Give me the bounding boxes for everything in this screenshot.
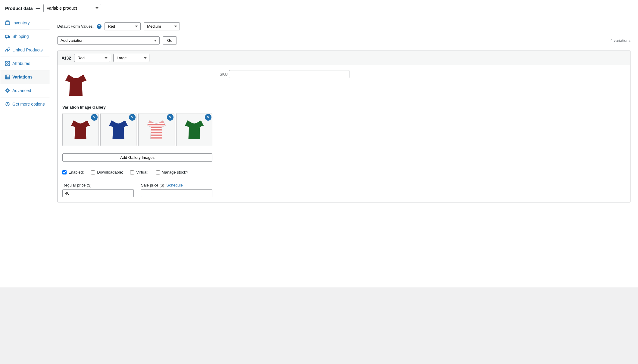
svg-rect-1 [6, 21, 9, 22]
svg-point-3 [6, 38, 7, 39]
sidebar-label-get-more-options: Get more options [12, 102, 45, 106]
gallery-remove-stripe[interactable]: ✕ [167, 114, 174, 121]
gallery-item-red: ✕ [62, 113, 99, 146]
advanced-icon [5, 88, 10, 93]
schedule-link[interactable]: Schedule [167, 183, 183, 187]
sidebar-item-linked-products[interactable]: Linked Products [0, 43, 50, 57]
sidebar-label-variations: Variations [12, 75, 33, 79]
variation-header: #132 Red Blue Green Small Medium Large [58, 51, 630, 65]
size-default-select[interactable]: Small Medium Large X-Large [144, 22, 180, 30]
sidebar: Inventory Shipping Linked Products [0, 16, 50, 287]
variation-fields: SKU [220, 70, 625, 197]
sku-label: SKU [220, 72, 228, 77]
sku-input[interactable] [229, 70, 349, 78]
sale-price-input[interactable] [141, 189, 212, 197]
checkboxes-row: Enabled: Downloadable: Virtual: [62, 170, 212, 174]
virtual-checkbox-label[interactable]: Virtual: [130, 170, 148, 174]
sidebar-label-attributes: Attributes [12, 61, 30, 66]
svg-point-14 [7, 90, 8, 91]
help-icon[interactable]: ? [97, 24, 102, 29]
gallery-item-stripe: ✕ [138, 113, 174, 146]
options-icon [5, 102, 10, 106]
gallery-remove-green[interactable]: ✕ [205, 114, 211, 121]
svg-rect-5 [5, 61, 7, 63]
sidebar-item-inventory[interactable]: Inventory [0, 16, 50, 30]
inventory-icon [5, 20, 10, 25]
gallery-item-blue: ✕ [100, 113, 136, 146]
regular-price-label: Regular price ($) [62, 183, 134, 187]
sidebar-item-attributes[interactable]: Attributes [0, 57, 50, 70]
product-data-panel: Product data — Variable product Simple p… [0, 0, 638, 287]
product-data-title: Product data [5, 6, 33, 11]
add-variation-row: Add variation Go 4 variations [57, 36, 630, 45]
manage-stock-checkbox[interactable] [156, 170, 160, 174]
shipping-icon [5, 34, 10, 39]
regular-price-input[interactable] [62, 189, 134, 197]
default-form-values-row: Default Form Values: ? Red Blue Green Wh… [57, 22, 630, 30]
sidebar-label-shipping: Shipping [12, 34, 29, 39]
price-row: Regular price ($) Sale price ($) Schedul… [62, 183, 212, 197]
sidebar-item-get-more-options[interactable]: Get more options [0, 97, 50, 111]
attributes-icon [5, 61, 10, 66]
sidebar-item-advanced[interactable]: Advanced [0, 84, 50, 97]
gallery-tshirt-blue [106, 118, 130, 142]
variation-color-select[interactable]: Red Blue Green [74, 54, 110, 62]
sale-price-label: Sale price ($) Schedule [141, 183, 212, 187]
product-type-select[interactable]: Variable product Simple product Grouped … [43, 4, 101, 12]
variation-body: Variation Image Gallery ✕ [58, 65, 630, 202]
regular-price-field: Regular price ($) [62, 183, 134, 197]
enabled-checkbox[interactable] [62, 170, 67, 174]
color-default-select[interactable]: Red Blue Green White [105, 22, 141, 30]
add-gallery-button[interactable]: Add Gallery Images [62, 153, 212, 162]
default-form-values-label: Default Form Values: [57, 24, 94, 29]
sidebar-label-advanced: Advanced [12, 88, 31, 93]
add-variation-select[interactable]: Add variation [57, 36, 160, 45]
downloadable-checkbox[interactable] [91, 170, 95, 174]
sidebar-label-linked-products: Linked Products [12, 48, 42, 52]
gallery-grid: ✕ ✕ [62, 113, 212, 146]
gallery-tshirt-stripe [144, 118, 168, 142]
virtual-checkbox[interactable] [130, 170, 134, 174]
downloadable-label: Downloadable: [97, 170, 123, 174]
gallery-label: Variation Image Gallery [62, 105, 212, 110]
virtual-label: Virtual: [136, 170, 148, 174]
sale-price-field: Sale price ($) Schedule [141, 183, 212, 197]
sku-section: SKU [220, 70, 625, 79]
gallery-tshirt-red [68, 118, 92, 142]
downloadable-checkbox-label[interactable]: Downloadable: [91, 170, 123, 174]
product-data-header: Product data — Variable product Simple p… [0, 0, 638, 16]
svg-rect-7 [5, 64, 7, 66]
gallery-remove-blue[interactable]: ✕ [129, 114, 136, 121]
link-icon [5, 48, 10, 52]
svg-rect-2 [5, 35, 8, 38]
svg-rect-8 [8, 64, 10, 66]
svg-point-4 [9, 38, 10, 39]
go-button[interactable]: Go [163, 36, 177, 45]
variation-size-select[interactable]: Small Medium Large [113, 54, 149, 62]
sidebar-label-inventory: Inventory [12, 20, 30, 25]
manage-stock-checkbox-label[interactable]: Manage stock? [156, 170, 188, 174]
gallery-item-green: ✕ [176, 113, 212, 146]
variation-image-section: Variation Image Gallery ✕ [62, 70, 212, 197]
main-tshirt-svg [64, 72, 88, 99]
variations-icon [5, 75, 10, 79]
variations-panel: Default Form Values: ? Red Blue Green Wh… [50, 16, 638, 287]
variation-count: 4 variations [611, 38, 630, 43]
sidebar-item-variations[interactable]: Variations [0, 70, 50, 84]
gallery-remove-red[interactable]: ✕ [91, 114, 98, 121]
manage-stock-label: Manage stock? [162, 170, 188, 174]
variation-main-image[interactable] [62, 70, 89, 100]
svg-rect-6 [8, 61, 10, 63]
product-data-body: Inventory Shipping Linked Products [0, 16, 638, 287]
enabled-checkbox-label[interactable]: Enabled: [62, 170, 84, 174]
sidebar-item-shipping[interactable]: Shipping [0, 30, 50, 43]
variation-item-132: #132 Red Blue Green Small Medium Large [57, 51, 630, 202]
enabled-label: Enabled: [68, 170, 84, 174]
header-dash: — [36, 6, 40, 11]
variation-id: #132 [62, 56, 71, 60]
gallery-tshirt-green [182, 118, 206, 142]
